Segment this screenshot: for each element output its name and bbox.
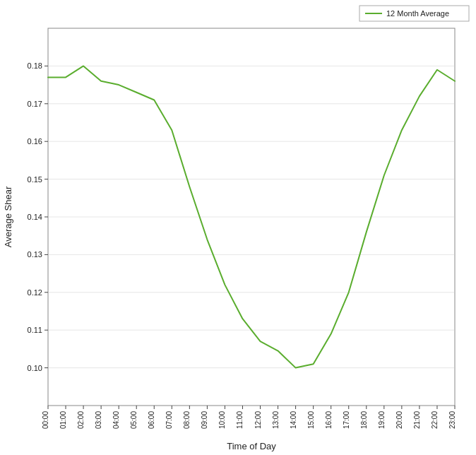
x-tick-label: 04:00	[112, 411, 120, 429]
x-tick-label: 14:00	[290, 411, 297, 429]
y-tick-label: 0.15	[28, 175, 42, 184]
x-tick-label: 16:00	[325, 411, 333, 429]
x-tick-label: 02:00	[77, 411, 85, 429]
x-tick-label: 06:00	[148, 411, 155, 429]
x-tick-label: 23:00	[448, 411, 456, 429]
x-tick-label: 22:00	[431, 411, 439, 429]
y-tick-label: 0.17	[28, 100, 42, 108]
x-tick-label: 08:00	[183, 411, 191, 429]
x-tick-label: 12:00	[254, 411, 262, 429]
y-tick-label: 0.12	[28, 288, 42, 297]
x-tick-label: 09:00	[201, 411, 208, 429]
y-tick-label: 0.18	[28, 61, 42, 70]
y-tick-label: 0.10	[28, 364, 42, 372]
x-tick-label: 21:00	[413, 411, 421, 429]
line-chart: 0.100.110.120.130.140.150.160.170.1800:0…	[0, 0, 476, 455]
x-axis-label: Time of Day	[227, 441, 276, 451]
x-tick-label: 11:00	[236, 411, 244, 429]
x-tick-label: 20:00	[395, 411, 403, 429]
y-tick-label: 0.11	[28, 326, 42, 334]
x-tick-label: 07:00	[165, 411, 173, 429]
x-tick-label: 18:00	[360, 411, 368, 429]
x-tick-label: 19:00	[378, 411, 386, 429]
x-tick-label: 00:00	[42, 411, 49, 429]
y-tick-label: 0.16	[28, 137, 42, 146]
y-tick-label: 0.14	[28, 213, 42, 221]
x-tick-label: 03:00	[95, 411, 102, 429]
x-tick-label: 15:00	[307, 411, 315, 429]
x-tick-label: 17:00	[343, 411, 350, 429]
x-tick-label: 13:00	[272, 411, 280, 429]
chart-container: 0.100.110.120.130.140.150.160.170.1800:0…	[0, 0, 476, 455]
x-tick-label: 05:00	[130, 411, 138, 429]
legend-label: 12 Month Average	[386, 9, 449, 18]
y-tick-label: 0.13	[28, 250, 42, 259]
x-tick-label: 01:00	[59, 411, 67, 429]
x-tick-label: 10:00	[218, 411, 226, 429]
y-axis-label: Average Shear	[3, 186, 13, 247]
